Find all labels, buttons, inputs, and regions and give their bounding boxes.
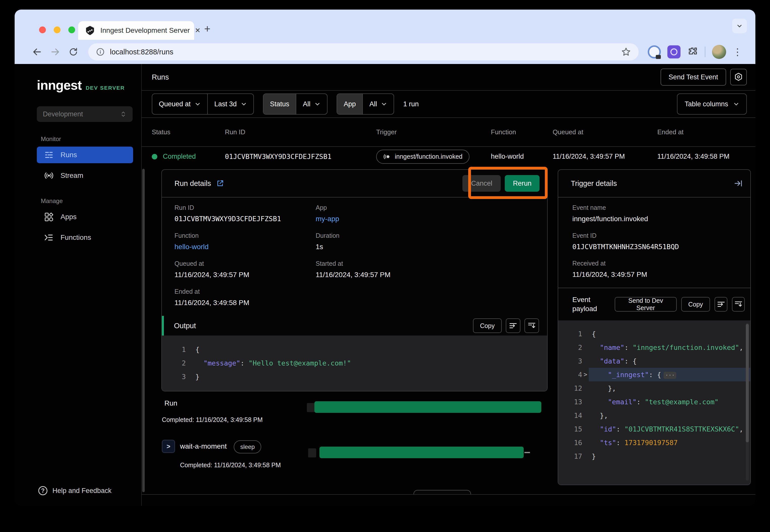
line-number: 16 <box>558 439 582 447</box>
address-bar[interactable]: localhost:8288/runs <box>88 43 639 60</box>
inngest-favicon-icon <box>85 25 95 36</box>
send-test-event-button[interactable]: Send Test Event <box>661 69 726 86</box>
collapse-panel-icon[interactable] <box>734 179 743 188</box>
browser-menu-icon[interactable]: ⋮ <box>733 47 742 57</box>
code-line: 13"email": "test@example.com" <box>558 395 750 409</box>
partial-cutoff-button[interactable] <box>413 490 471 495</box>
code-text: "name": "inngest/function.invoked", <box>589 344 743 351</box>
page-header: Runs Send Test Event <box>142 64 755 91</box>
event-payload-code-block[interactable]: 1{2"name": "inngest/function.invoked",3"… <box>558 320 750 485</box>
browser-extension-area: ⋮ <box>646 45 742 59</box>
gear-icon <box>733 72 744 82</box>
environment-select[interactable]: Development <box>37 106 133 122</box>
app-link[interactable]: my-app <box>316 215 547 223</box>
reload-button[interactable] <box>65 44 81 60</box>
sidebar-item-stream[interactable]: Stream <box>37 167 133 184</box>
copy-payload-button[interactable]: Copy <box>681 297 710 312</box>
trigger-badge[interactable]: inngest/function.invoked <box>376 150 469 164</box>
scroll-to-bottom-button[interactable] <box>732 297 745 312</box>
fold-toggle-icon[interactable]: > <box>582 371 589 378</box>
sidebar: inngest DEV SERVER Development Monitor R… <box>15 64 142 506</box>
copy-output-button[interactable]: Copy <box>473 318 502 333</box>
sidebar-item-runs[interactable]: Runs <box>37 147 133 163</box>
status-filter-value: All <box>303 100 310 108</box>
scroll-to-bottom-button[interactable] <box>524 318 539 333</box>
functions-icon <box>44 232 54 243</box>
field-queued-at: Queued at 11/16/2024, 3:49:57 PM <box>174 260 316 279</box>
field-duration: Duration 1s <box>316 232 547 251</box>
forward-arrow-icon <box>50 47 60 57</box>
forward-button[interactable] <box>47 44 63 60</box>
code-text: } <box>589 452 596 460</box>
word-wrap-button[interactable] <box>715 297 727 312</box>
close-tab-icon[interactable]: ✕ <box>195 26 201 35</box>
app-filter-dropdown[interactable]: All <box>362 94 394 114</box>
timeline-run-bar[interactable] <box>314 401 541 413</box>
profile-avatar[interactable] <box>712 45 726 59</box>
rerun-button[interactable]: Rerun <box>505 175 539 192</box>
expand-step-button[interactable]: > <box>162 440 175 453</box>
function-link[interactable]: hello-world <box>174 243 316 251</box>
field-run-id: Run ID 01JCVBTMV3WXY9D3CFDEJFZSB1 <box>174 204 316 223</box>
code-text: { <box>192 346 200 353</box>
code-line: 17} <box>558 449 750 463</box>
purple-extension-icon[interactable] <box>667 45 681 58</box>
code-text: "_inngest": {··· <box>589 371 676 379</box>
code-text: { <box>589 330 596 338</box>
output-code-block[interactable]: 1{2"message": "Hello test@example.com!"3… <box>162 336 547 391</box>
browser-tab[interactable]: Inngest Development Server ✕ <box>78 21 194 40</box>
timeline-step-bar[interactable] <box>320 447 524 458</box>
external-link-icon[interactable] <box>216 179 224 187</box>
run-details-fields: Run ID 01JCVBTMV3WXY9D3CFDEJFZSB1 App my… <box>162 197 547 316</box>
site-info-icon[interactable] <box>96 47 105 56</box>
new-tab-button[interactable]: + <box>204 24 211 34</box>
payload-scrollbar-thumb[interactable] <box>746 324 749 442</box>
column-header-ended-at[interactable]: Ended at <box>657 128 755 136</box>
time-field-dropdown[interactable]: Queued at <box>152 94 207 114</box>
code-text: "data": { <box>589 357 637 365</box>
trigger-details-title: Trigger details <box>571 179 617 188</box>
queued-at-cell: 11/16/2024, 3:49:57 PM <box>553 153 657 160</box>
window-controls <box>39 26 75 33</box>
column-header-status[interactable]: Status <box>152 128 225 136</box>
time-range-dropdown[interactable]: Last 3d <box>207 94 254 114</box>
word-wrap-button[interactable] <box>506 318 520 333</box>
status-filter-dropdown[interactable]: All <box>296 94 327 114</box>
scroll-to-bottom-icon <box>527 321 536 330</box>
close-window-button[interactable] <box>39 26 46 33</box>
sidebar-item-apps[interactable]: Apps <box>37 209 133 225</box>
password-manager-extension-icon[interactable] <box>648 45 661 58</box>
help-and-feedback[interactable]: ? Help and Feedback <box>38 486 141 495</box>
sidebar-section-manage: Manage <box>41 197 141 205</box>
maximize-window-button[interactable] <box>68 26 75 33</box>
line-number: 1 <box>558 330 582 338</box>
table-row[interactable]: Completed 01JCVBTMV3WXY9D3CFDEJFZSB1 inn… <box>142 147 755 166</box>
table-columns-button[interactable]: Table columns <box>677 93 747 115</box>
settings-button[interactable] <box>730 69 747 85</box>
column-header-function[interactable]: Function <box>491 128 553 136</box>
tab-search-button[interactable] <box>732 19 747 33</box>
extensions-puzzle-icon[interactable] <box>687 46 698 57</box>
column-header-trigger[interactable]: Trigger <box>376 128 491 136</box>
drawer-scrollbar[interactable] <box>142 169 145 492</box>
back-button[interactable] <box>29 44 45 60</box>
status-filter-label: Status <box>264 94 296 114</box>
column-header-queued-at[interactable]: Queued at <box>553 128 657 136</box>
run-details-header: Run details Cancel Rerun <box>162 170 547 197</box>
app-filter: App All <box>337 93 394 115</box>
chevron-down-icon <box>381 101 387 107</box>
timeline-run-completed-text: Completed: 11/16/2024, 3:49:58 PM <box>162 416 263 423</box>
sidebar-item-functions[interactable]: Functions <box>37 229 133 246</box>
timeline-step-end-tick <box>524 452 530 453</box>
minimize-window-button[interactable] <box>54 26 60 33</box>
inngest-app: inngest DEV SERVER Development Monitor R… <box>15 64 755 506</box>
column-header-run-id[interactable]: Run ID <box>225 128 376 136</box>
run-details-title: Run details <box>174 179 211 188</box>
send-to-dev-server-button[interactable]: Send to Dev Server <box>615 297 677 312</box>
cancel-button[interactable]: Cancel <box>462 175 501 192</box>
field-app: App my-app <box>316 204 547 223</box>
bookmark-star-icon[interactable] <box>621 47 631 57</box>
code-text: }, <box>589 412 608 419</box>
url-text[interactable]: localhost:8288/runs <box>110 48 173 56</box>
field-received-at: Received at 11/16/2024, 3:49:57 PM <box>572 260 750 279</box>
